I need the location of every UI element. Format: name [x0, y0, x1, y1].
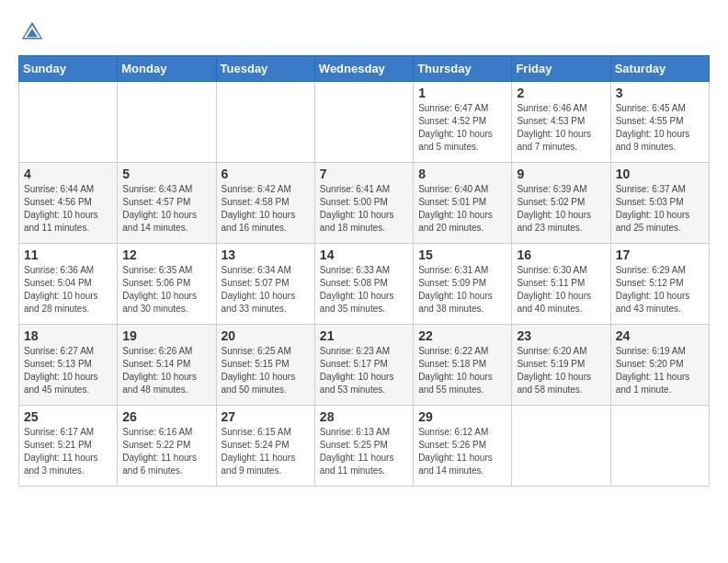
day-number: 19	[122, 328, 210, 343]
calendar-cell: 11Sunrise: 6:36 AM Sunset: 5:04 PM Dayli…	[19, 244, 118, 325]
day-number: 4	[24, 167, 112, 181]
calendar-cell: 3Sunrise: 6:45 AM Sunset: 4:55 PM Daylig…	[610, 82, 709, 163]
day-info: Sunrise: 6:22 AM Sunset: 5:18 PM Dayligh…	[418, 345, 506, 396]
day-info: Sunrise: 6:16 AM Sunset: 5:22 PM Dayligh…	[122, 426, 210, 477]
day-info: Sunrise: 6:23 AM Sunset: 5:17 PM Dayligh…	[320, 345, 408, 396]
day-info: Sunrise: 6:43 AM Sunset: 4:57 PM Dayligh…	[122, 183, 210, 235]
day-info: Sunrise: 6:20 AM Sunset: 5:19 PM Dayligh…	[517, 345, 605, 396]
week-row-4: 18Sunrise: 6:27 AM Sunset: 5:13 PM Dayli…	[19, 325, 710, 406]
day-number: 1	[418, 86, 506, 100]
day-number: 5	[122, 167, 210, 181]
day-number: 16	[517, 247, 605, 262]
day-number: 12	[122, 247, 210, 262]
logo	[18, 18, 50, 46]
calendar-cell	[314, 82, 413, 163]
day-info: Sunrise: 6:46 AM Sunset: 4:53 PM Dayligh…	[517, 102, 605, 154]
day-info: Sunrise: 6:40 AM Sunset: 5:01 PM Dayligh…	[418, 183, 506, 235]
day-info: Sunrise: 6:35 AM Sunset: 5:06 PM Dayligh…	[122, 264, 210, 316]
calendar-cell: 22Sunrise: 6:22 AM Sunset: 5:18 PM Dayli…	[414, 325, 512, 406]
calendar-cell: 2Sunrise: 6:46 AM Sunset: 4:53 PM Daylig…	[512, 82, 610, 163]
calendar-cell: 8Sunrise: 6:40 AM Sunset: 5:01 PM Daylig…	[414, 163, 512, 244]
day-info: Sunrise: 6:42 AM Sunset: 4:58 PM Dayligh…	[222, 183, 310, 235]
day-number: 24	[616, 328, 704, 343]
calendar: SundayMondayTuesdayWednesdayThursdayFrid…	[18, 55, 710, 487]
days-of-week-row: SundayMondayTuesdayWednesdayThursdayFrid…	[19, 56, 710, 82]
header	[18, 18, 710, 46]
day-info: Sunrise: 6:47 AM Sunset: 4:52 PM Dayligh…	[418, 102, 506, 154]
day-number: 9	[517, 167, 605, 181]
day-header-sunday: Sunday	[19, 56, 118, 82]
day-info: Sunrise: 6:17 AM Sunset: 5:21 PM Dayligh…	[24, 426, 112, 477]
day-number: 20	[222, 328, 310, 343]
day-info: Sunrise: 6:29 AM Sunset: 5:12 PM Dayligh…	[616, 264, 704, 316]
calendar-cell: 1Sunrise: 6:47 AM Sunset: 4:52 PM Daylig…	[414, 82, 512, 163]
calendar-header: SundayMondayTuesdayWednesdayThursdayFrid…	[19, 56, 710, 82]
calendar-cell: 21Sunrise: 6:23 AM Sunset: 5:17 PM Dayli…	[314, 325, 413, 406]
calendar-cell: 26Sunrise: 6:16 AM Sunset: 5:22 PM Dayli…	[118, 406, 216, 487]
day-info: Sunrise: 6:39 AM Sunset: 5:02 PM Dayligh…	[517, 183, 605, 235]
day-info: Sunrise: 6:45 AM Sunset: 4:55 PM Dayligh…	[616, 102, 704, 154]
day-info: Sunrise: 6:34 AM Sunset: 5:07 PM Dayligh…	[222, 264, 310, 316]
calendar-cell: 17Sunrise: 6:29 AM Sunset: 5:12 PM Dayli…	[610, 244, 709, 325]
day-number: 23	[517, 328, 605, 343]
calendar-cell: 29Sunrise: 6:12 AM Sunset: 5:26 PM Dayli…	[414, 406, 512, 487]
day-number: 7	[320, 167, 408, 181]
calendar-cell: 28Sunrise: 6:13 AM Sunset: 5:25 PM Dayli…	[314, 406, 413, 487]
day-info: Sunrise: 6:19 AM Sunset: 5:20 PM Dayligh…	[616, 345, 704, 396]
day-number: 18	[24, 328, 112, 343]
day-number: 15	[418, 247, 506, 262]
week-row-3: 11Sunrise: 6:36 AM Sunset: 5:04 PM Dayli…	[19, 244, 710, 325]
week-row-2: 4Sunrise: 6:44 AM Sunset: 4:56 PM Daylig…	[19, 163, 710, 244]
calendar-cell: 20Sunrise: 6:25 AM Sunset: 5:15 PM Dayli…	[216, 325, 314, 406]
calendar-cell: 9Sunrise: 6:39 AM Sunset: 5:02 PM Daylig…	[512, 163, 610, 244]
calendar-cell: 6Sunrise: 6:42 AM Sunset: 4:58 PM Daylig…	[216, 163, 314, 244]
day-number: 21	[320, 328, 408, 343]
day-info: Sunrise: 6:25 AM Sunset: 5:15 PM Dayligh…	[222, 345, 310, 396]
calendar-cell	[610, 406, 709, 487]
day-header-monday: Monday	[118, 56, 216, 82]
day-header-thursday: Thursday	[414, 56, 512, 82]
day-info: Sunrise: 6:36 AM Sunset: 5:04 PM Dayligh…	[24, 264, 112, 316]
day-number: 8	[418, 167, 506, 181]
day-info: Sunrise: 6:33 AM Sunset: 5:08 PM Dayligh…	[320, 264, 408, 316]
calendar-cell: 13Sunrise: 6:34 AM Sunset: 5:07 PM Dayli…	[216, 244, 314, 325]
day-number: 25	[24, 409, 112, 424]
calendar-cell: 24Sunrise: 6:19 AM Sunset: 5:20 PM Dayli…	[610, 325, 709, 406]
day-info: Sunrise: 6:27 AM Sunset: 5:13 PM Dayligh…	[24, 345, 112, 396]
calendar-cell: 23Sunrise: 6:20 AM Sunset: 5:19 PM Dayli…	[512, 325, 610, 406]
calendar-cell: 27Sunrise: 6:15 AM Sunset: 5:24 PM Dayli…	[216, 406, 314, 487]
day-number: 26	[122, 409, 210, 424]
week-row-5: 25Sunrise: 6:17 AM Sunset: 5:21 PM Dayli…	[19, 406, 710, 487]
calendar-cell: 7Sunrise: 6:41 AM Sunset: 5:00 PM Daylig…	[314, 163, 413, 244]
day-info: Sunrise: 6:26 AM Sunset: 5:14 PM Dayligh…	[122, 345, 210, 396]
day-header-wednesday: Wednesday	[314, 56, 413, 82]
calendar-cell: 12Sunrise: 6:35 AM Sunset: 5:06 PM Dayli…	[118, 244, 216, 325]
day-info: Sunrise: 6:13 AM Sunset: 5:25 PM Dayligh…	[320, 426, 408, 477]
calendar-body: 1Sunrise: 6:47 AM Sunset: 4:52 PM Daylig…	[19, 82, 710, 487]
day-number: 2	[517, 86, 605, 100]
calendar-cell	[19, 82, 118, 163]
day-info: Sunrise: 6:12 AM Sunset: 5:26 PM Dayligh…	[418, 426, 506, 477]
calendar-cell: 14Sunrise: 6:33 AM Sunset: 5:08 PM Dayli…	[314, 244, 413, 325]
calendar-cell	[118, 82, 216, 163]
day-header-saturday: Saturday	[610, 56, 709, 82]
calendar-cell: 25Sunrise: 6:17 AM Sunset: 5:21 PM Dayli…	[19, 406, 118, 487]
calendar-cell: 18Sunrise: 6:27 AM Sunset: 5:13 PM Dayli…	[19, 325, 118, 406]
calendar-cell: 4Sunrise: 6:44 AM Sunset: 4:56 PM Daylig…	[19, 163, 118, 244]
day-number: 17	[616, 247, 704, 262]
day-info: Sunrise: 6:44 AM Sunset: 4:56 PM Dayligh…	[24, 183, 112, 235]
calendar-cell: 5Sunrise: 6:43 AM Sunset: 4:57 PM Daylig…	[118, 163, 216, 244]
day-info: Sunrise: 6:30 AM Sunset: 5:11 PM Dayligh…	[517, 264, 605, 316]
day-number: 6	[222, 167, 310, 181]
day-number: 11	[24, 247, 112, 262]
day-number: 14	[320, 247, 408, 262]
calendar-cell: 10Sunrise: 6:37 AM Sunset: 5:03 PM Dayli…	[610, 163, 709, 244]
day-info: Sunrise: 6:37 AM Sunset: 5:03 PM Dayligh…	[616, 183, 704, 235]
day-number: 29	[418, 409, 506, 424]
day-number: 10	[616, 167, 704, 181]
logo-icon	[18, 18, 46, 46]
day-number: 13	[222, 247, 310, 262]
day-header-friday: Friday	[512, 56, 610, 82]
calendar-cell	[512, 406, 610, 487]
calendar-cell	[216, 82, 314, 163]
